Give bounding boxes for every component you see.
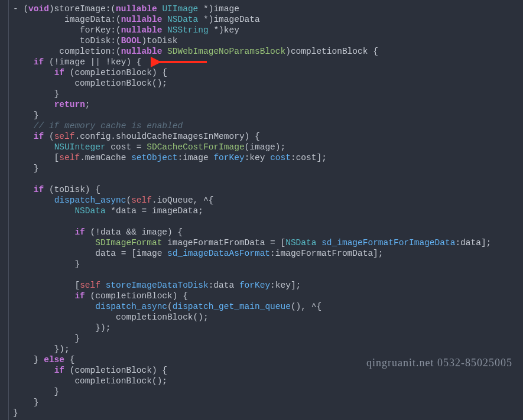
gutter [0,0,9,420]
code-line: SDImageFormat imageFormatFromData = [NSD… [13,238,491,248]
code-line: if (toDisk) { [13,185,100,194]
code-line: if (self.config.shouldCacheImagesInMemor… [13,132,260,141]
code-line: dispatch_async(self.ioQueue, ^{ [13,196,213,205]
code-line: dispatch_async(dispatch_get_main_queue()… [13,302,321,311]
code-line: } [13,387,59,396]
code-line: forKey:(nullable NSString *)key [13,25,239,35]
code-line: }); [13,323,111,333]
code-line: } [13,398,39,407]
code-line: imageData:(nullable NSData *)imageData [13,15,260,24]
code-line: data = [image sd_imageDataAsFormat:image… [13,249,384,258]
code-line: if (completionBlock) { [13,366,167,375]
code-line: completion:(nullable SDWebImageNoParamsB… [13,47,378,56]
code-line: } [13,110,39,120]
watermark-text: qingruanit.net 0532-85025005 [366,357,512,368]
code-line: }); [13,344,70,354]
code-line: [self storeImageDataToDisk:data forKey:k… [13,281,301,290]
code-line: } [13,408,18,418]
code-line: NSData *data = imageData; [13,206,203,216]
code-line: if (completionBlock) { [13,291,188,301]
code-line: } [13,259,80,269]
code-line: [self.memCache setObject:image forKey:ke… [13,153,327,162]
code-line: } [13,89,59,99]
code-line: if (!image || !key) { [13,57,142,67]
code-line: if (completionBlock) { [13,68,167,77]
code-line: - (void)storeImage:(nullable UIImage *)i… [13,4,239,14]
code-line: if (!data && image) { [13,227,183,237]
code-line: } [13,164,39,173]
code-line: return; [13,100,90,109]
code-line: completionBlock(); [13,79,167,88]
code-line: completionBlock(); [13,312,209,322]
code-line: // if memory cache is enabled [13,121,183,131]
code-line: completionBlock(); [13,376,167,386]
code-line: } [13,334,80,343]
code-line: NSUInteger cost = SDCacheCostForImage(im… [13,142,285,152]
code-line: } else { [13,355,74,364]
code-line: toDisk:(BOOL)toDisk [13,36,177,45]
